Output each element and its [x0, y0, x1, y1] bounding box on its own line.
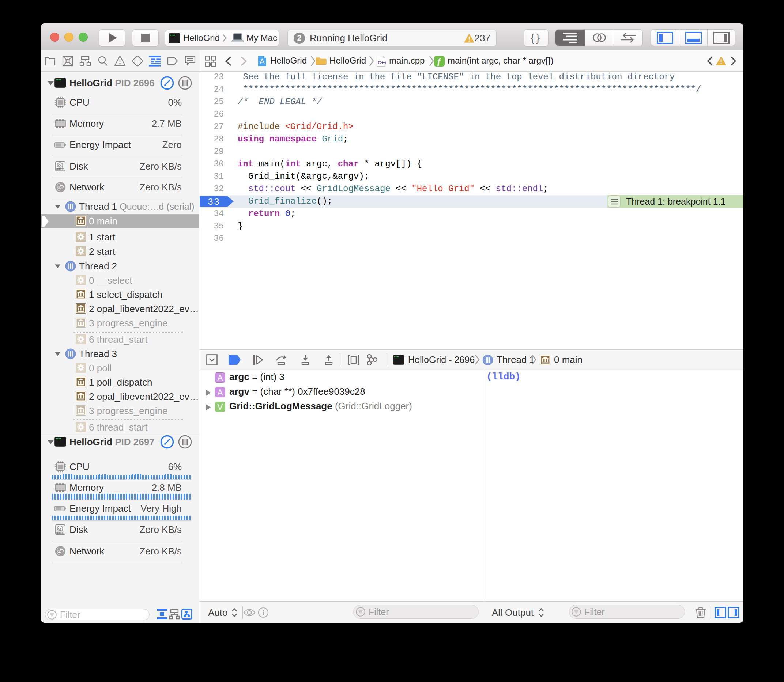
svg-text:C++: C++ — [378, 60, 386, 65]
